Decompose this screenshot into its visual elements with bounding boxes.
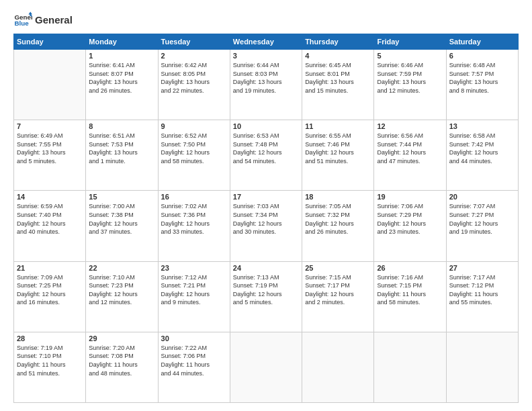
calendar-cell: 16Sunrise: 7:02 AM Sunset: 7:36 PM Dayli… xyxy=(158,191,230,261)
day-info: Sunrise: 7:10 AM Sunset: 7:23 PM Dayligh… xyxy=(89,273,154,307)
day-number: 9 xyxy=(161,122,227,130)
calendar-cell: 3Sunrise: 6:44 AM Sunset: 8:03 PM Daylig… xyxy=(230,50,302,120)
calendar-cell: 1Sunrise: 6:41 AM Sunset: 8:07 PM Daylig… xyxy=(86,50,158,120)
calendar-cell: 17Sunrise: 7:03 AM Sunset: 7:34 PM Dayli… xyxy=(230,191,302,261)
day-number: 13 xyxy=(449,122,515,130)
day-info: Sunrise: 7:22 AM Sunset: 7:06 PM Dayligh… xyxy=(161,344,227,377)
calendar-cell xyxy=(374,332,446,402)
logo-icon: General Blue xyxy=(13,11,32,30)
day-number: 23 xyxy=(161,264,227,272)
day-number: 27 xyxy=(449,264,515,272)
day-number: 14 xyxy=(17,193,83,201)
day-info: Sunrise: 6:55 AM Sunset: 7:46 PM Dayligh… xyxy=(305,132,371,165)
day-info: Sunrise: 6:48 AM Sunset: 7:57 PM Dayligh… xyxy=(449,61,515,95)
weekday-header-thursday: Thursday xyxy=(302,34,374,50)
calendar-cell: 28Sunrise: 7:19 AM Sunset: 7:10 PM Dayli… xyxy=(14,332,86,402)
day-info: Sunrise: 7:07 AM Sunset: 7:27 PM Dayligh… xyxy=(449,202,515,236)
day-info: Sunrise: 7:13 AM Sunset: 7:19 PM Dayligh… xyxy=(233,273,299,307)
calendar-cell: 9Sunrise: 6:52 AM Sunset: 7:50 PM Daylig… xyxy=(158,120,230,191)
day-info: Sunrise: 6:49 AM Sunset: 7:55 PM Dayligh… xyxy=(17,132,83,165)
calendar-cell: 19Sunrise: 7:06 AM Sunset: 7:29 PM Dayli… xyxy=(374,191,446,261)
day-number: 16 xyxy=(161,193,227,201)
day-info: Sunrise: 6:42 AM Sunset: 8:05 PM Dayligh… xyxy=(161,61,227,95)
day-info: Sunrise: 7:03 AM Sunset: 7:34 PM Dayligh… xyxy=(233,202,299,236)
day-number: 18 xyxy=(305,193,371,201)
day-number: 1 xyxy=(89,52,154,60)
day-number: 30 xyxy=(161,334,227,342)
day-number: 5 xyxy=(377,52,443,60)
day-number: 7 xyxy=(17,122,83,130)
day-number: 19 xyxy=(377,193,443,201)
day-info: Sunrise: 6:51 AM Sunset: 7:53 PM Dayligh… xyxy=(89,132,154,165)
calendar-cell: 5Sunrise: 6:46 AM Sunset: 7:59 PM Daylig… xyxy=(374,50,446,120)
day-info: Sunrise: 7:09 AM Sunset: 7:25 PM Dayligh… xyxy=(17,273,83,307)
weekday-header-sunday: Sunday xyxy=(14,34,86,50)
calendar-cell: 22Sunrise: 7:10 AM Sunset: 7:23 PM Dayli… xyxy=(86,261,158,332)
calendar-cell: 30Sunrise: 7:22 AM Sunset: 7:06 PM Dayli… xyxy=(158,332,230,402)
week-row-2: 7Sunrise: 6:49 AM Sunset: 7:55 PM Daylig… xyxy=(14,120,519,191)
day-info: Sunrise: 6:59 AM Sunset: 7:40 PM Dayligh… xyxy=(17,202,83,236)
day-number: 20 xyxy=(449,193,515,201)
day-info: Sunrise: 7:00 AM Sunset: 7:38 PM Dayligh… xyxy=(89,202,154,236)
calendar-cell: 15Sunrise: 7:00 AM Sunset: 7:38 PM Dayli… xyxy=(86,191,158,261)
logo: General Blue General xyxy=(13,11,73,30)
calendar-cell: 14Sunrise: 6:59 AM Sunset: 7:40 PM Dayli… xyxy=(14,191,86,261)
week-row-5: 28Sunrise: 7:19 AM Sunset: 7:10 PM Dayli… xyxy=(14,332,519,402)
day-number: 6 xyxy=(449,52,515,60)
day-number: 11 xyxy=(305,122,371,130)
day-info: Sunrise: 6:58 AM Sunset: 7:42 PM Dayligh… xyxy=(449,132,515,165)
calendar-cell xyxy=(14,50,86,120)
day-number: 25 xyxy=(305,264,371,272)
weekday-header-wednesday: Wednesday xyxy=(230,34,302,50)
calendar-cell: 10Sunrise: 6:53 AM Sunset: 7:48 PM Dayli… xyxy=(230,120,302,191)
day-number: 10 xyxy=(233,122,299,130)
day-number: 28 xyxy=(17,334,83,342)
day-number: 26 xyxy=(377,264,443,272)
day-info: Sunrise: 6:53 AM Sunset: 7:48 PM Dayligh… xyxy=(233,132,299,165)
calendar-cell: 7Sunrise: 6:49 AM Sunset: 7:55 PM Daylig… xyxy=(14,120,86,191)
day-info: Sunrise: 6:45 AM Sunset: 8:01 PM Dayligh… xyxy=(305,61,371,95)
day-info: Sunrise: 7:15 AM Sunset: 7:17 PM Dayligh… xyxy=(305,273,371,307)
day-info: Sunrise: 7:17 AM Sunset: 7:12 PM Dayligh… xyxy=(449,273,515,307)
svg-text:Blue: Blue xyxy=(14,19,29,27)
calendar-cell: 6Sunrise: 6:48 AM Sunset: 7:57 PM Daylig… xyxy=(446,50,518,120)
weekday-header-row: SundayMondayTuesdayWednesdayThursdayFrid… xyxy=(14,34,519,50)
day-info: Sunrise: 6:52 AM Sunset: 7:50 PM Dayligh… xyxy=(161,132,227,165)
calendar-cell xyxy=(230,332,302,402)
day-info: Sunrise: 6:44 AM Sunset: 8:03 PM Dayligh… xyxy=(233,61,299,95)
day-number: 22 xyxy=(89,264,154,272)
calendar-table: SundayMondayTuesdayWednesdayThursdayFrid… xyxy=(13,34,519,403)
day-info: Sunrise: 7:05 AM Sunset: 7:32 PM Dayligh… xyxy=(305,202,371,236)
calendar-cell xyxy=(446,332,518,402)
day-number: 8 xyxy=(89,122,154,130)
day-info: Sunrise: 6:46 AM Sunset: 7:59 PM Dayligh… xyxy=(377,61,443,95)
day-info: Sunrise: 7:06 AM Sunset: 7:29 PM Dayligh… xyxy=(377,202,443,236)
page-header: General Blue General xyxy=(13,11,519,30)
calendar-cell: 12Sunrise: 6:56 AM Sunset: 7:44 PM Dayli… xyxy=(374,120,446,191)
weekday-header-tuesday: Tuesday xyxy=(158,34,230,50)
calendar-cell: 26Sunrise: 7:16 AM Sunset: 7:15 PM Dayli… xyxy=(374,261,446,332)
day-info: Sunrise: 7:12 AM Sunset: 7:21 PM Dayligh… xyxy=(161,273,227,307)
weekday-header-saturday: Saturday xyxy=(446,34,518,50)
week-row-1: 1Sunrise: 6:41 AM Sunset: 8:07 PM Daylig… xyxy=(14,50,519,120)
calendar-cell xyxy=(302,332,374,402)
calendar-cell: 11Sunrise: 6:55 AM Sunset: 7:46 PM Dayli… xyxy=(302,120,374,191)
day-number: 24 xyxy=(233,264,299,272)
calendar-cell: 2Sunrise: 6:42 AM Sunset: 8:05 PM Daylig… xyxy=(158,50,230,120)
weekday-header-monday: Monday xyxy=(86,34,158,50)
day-number: 12 xyxy=(377,122,443,130)
day-info: Sunrise: 7:16 AM Sunset: 7:15 PM Dayligh… xyxy=(377,273,443,307)
calendar-cell: 23Sunrise: 7:12 AM Sunset: 7:21 PM Dayli… xyxy=(158,261,230,332)
day-info: Sunrise: 7:19 AM Sunset: 7:10 PM Dayligh… xyxy=(17,344,83,377)
calendar-cell: 21Sunrise: 7:09 AM Sunset: 7:25 PM Dayli… xyxy=(14,261,86,332)
day-number: 3 xyxy=(233,52,299,60)
day-info: Sunrise: 7:02 AM Sunset: 7:36 PM Dayligh… xyxy=(161,202,227,236)
day-info: Sunrise: 6:41 AM Sunset: 8:07 PM Dayligh… xyxy=(89,61,154,95)
calendar-cell: 24Sunrise: 7:13 AM Sunset: 7:19 PM Dayli… xyxy=(230,261,302,332)
day-number: 29 xyxy=(89,334,154,342)
calendar-cell: 8Sunrise: 6:51 AM Sunset: 7:53 PM Daylig… xyxy=(86,120,158,191)
day-info: Sunrise: 6:56 AM Sunset: 7:44 PM Dayligh… xyxy=(377,132,443,165)
week-row-4: 21Sunrise: 7:09 AM Sunset: 7:25 PM Dayli… xyxy=(14,261,519,332)
calendar-cell: 18Sunrise: 7:05 AM Sunset: 7:32 PM Dayli… xyxy=(302,191,374,261)
weekday-header-friday: Friday xyxy=(374,34,446,50)
